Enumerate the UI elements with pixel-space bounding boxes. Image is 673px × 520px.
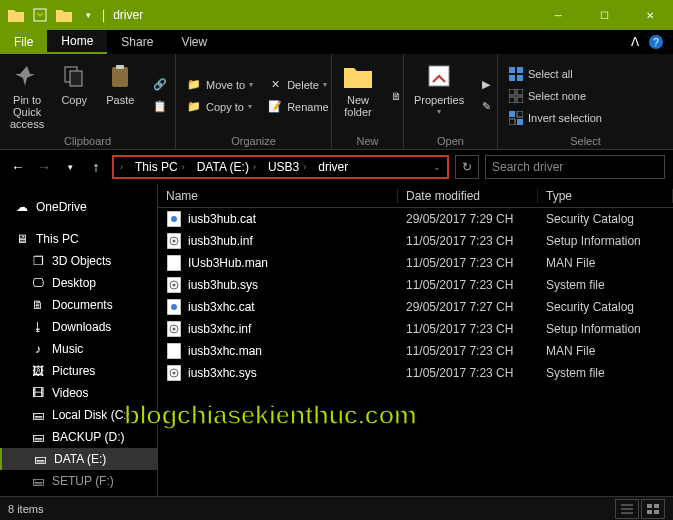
select-none-button[interactable]: Select none bbox=[504, 86, 606, 106]
file-row[interactable]: iusb3xhc.sys11/05/2017 7:23 CHSystem fil… bbox=[158, 362, 673, 384]
file-row[interactable]: iusb3hub.sys11/05/2017 7:23 CHSystem fil… bbox=[158, 274, 673, 296]
tree-3d-objects[interactable]: ❒3D Objects bbox=[0, 250, 157, 272]
tab-view[interactable]: View bbox=[167, 30, 221, 54]
select-all-icon bbox=[508, 66, 524, 82]
doc-icon: 🗎 bbox=[30, 297, 46, 313]
tree-downloads[interactable]: ⭳Downloads bbox=[0, 316, 157, 338]
up-button[interactable]: ↑ bbox=[86, 157, 106, 177]
file-icon bbox=[166, 277, 182, 293]
delete-icon: ✕ bbox=[267, 77, 283, 93]
tree-local-disk-c[interactable]: 🖴Local Disk (C:) bbox=[0, 404, 157, 426]
file-name: iusb3xhc.sys bbox=[188, 366, 257, 380]
breadcrumb-usb3[interactable]: USB3› bbox=[262, 160, 312, 174]
new-group-label: New bbox=[338, 133, 397, 147]
file-row[interactable]: iusb3hub.cat29/05/2017 7:29 CHSecurity C… bbox=[158, 208, 673, 230]
navigation-tree[interactable]: ☁OneDrive 🖥This PC ❒3D Objects 🖵Desktop … bbox=[0, 184, 158, 496]
tree-onedrive[interactable]: ☁OneDrive bbox=[0, 196, 157, 218]
qat-dropdown-icon[interactable]: ▾ bbox=[78, 5, 98, 25]
move-to-button[interactable]: 📁Move to▾ bbox=[182, 75, 257, 95]
svg-rect-8 bbox=[509, 75, 515, 81]
drive-icon: 🖴 bbox=[30, 407, 46, 423]
tree-pictures[interactable]: 🖼Pictures bbox=[0, 360, 157, 382]
address-bar-row: ← → ▾ ↑ › This PC› DATA (E:)› USB3› driv… bbox=[0, 150, 673, 184]
invert-selection-button[interactable]: Invert selection bbox=[504, 108, 606, 128]
file-type: MAN File bbox=[538, 344, 673, 358]
address-bar[interactable]: › This PC› DATA (E:)› USB3› driver ⌄ bbox=[112, 155, 449, 179]
file-type: Security Catalog bbox=[538, 300, 673, 314]
file-type: Setup Information bbox=[538, 234, 673, 248]
file-date: 11/05/2017 7:23 CH bbox=[398, 344, 538, 358]
file-row[interactable]: IUsb3Hub.man11/05/2017 7:23 CHMAN File bbox=[158, 252, 673, 274]
col-date[interactable]: Date modified bbox=[398, 189, 538, 203]
address-dropdown-icon[interactable]: ⌄ bbox=[427, 162, 447, 172]
link-icon: 🔗 bbox=[152, 77, 168, 93]
file-type: MAN File bbox=[538, 256, 673, 270]
file-list-pane: Name Date modified Type iusb3hub.cat29/0… bbox=[158, 184, 673, 496]
window-title: driver bbox=[113, 8, 143, 22]
thumbnails-view-button[interactable] bbox=[641, 499, 665, 519]
ribbon-tabs: File Home Share View ᐱ ? bbox=[0, 30, 673, 54]
pin-icon bbox=[11, 60, 43, 92]
breadcrumb-driver[interactable]: driver bbox=[312, 160, 354, 174]
forward-button[interactable]: → bbox=[34, 157, 54, 177]
open-button[interactable]: ▶ bbox=[474, 75, 498, 95]
tree-music[interactable]: ♪Music bbox=[0, 338, 157, 360]
tab-file[interactable]: File bbox=[0, 30, 47, 54]
svg-rect-9 bbox=[517, 75, 523, 81]
pin-to-quick-access-button[interactable]: Pin to Quick access bbox=[6, 58, 48, 133]
svg-point-31 bbox=[173, 328, 176, 331]
file-type: System file bbox=[538, 366, 673, 380]
tree-data-e[interactable]: 🖴DATA (E:) bbox=[0, 448, 157, 470]
file-row[interactable]: iusb3xhc.cat29/05/2017 7:27 CHSecurity C… bbox=[158, 296, 673, 318]
svg-rect-10 bbox=[509, 89, 515, 95]
tree-videos[interactable]: 🎞Videos bbox=[0, 382, 157, 404]
col-type[interactable]: Type bbox=[538, 189, 673, 203]
properties-button[interactable]: Properties▾ bbox=[410, 58, 468, 133]
svg-rect-41 bbox=[647, 510, 652, 514]
col-name[interactable]: Name bbox=[158, 189, 398, 203]
paste-button[interactable]: Paste bbox=[100, 58, 140, 133]
tree-thispc[interactable]: 🖥This PC bbox=[0, 228, 157, 250]
column-headers[interactable]: Name Date modified Type bbox=[158, 184, 673, 208]
file-row[interactable]: iusb3xhc.inf11/05/2017 7:23 CHSetup Info… bbox=[158, 318, 673, 340]
search-input[interactable]: Search driver bbox=[485, 155, 665, 179]
file-name: iusb3hub.cat bbox=[188, 212, 256, 226]
refresh-button[interactable]: ↻ bbox=[455, 155, 479, 179]
folder-icon bbox=[54, 5, 74, 25]
edit-button[interactable]: ✎ bbox=[474, 97, 498, 117]
tree-setup-f[interactable]: 🖴SETUP (F:) bbox=[0, 470, 157, 492]
svg-point-19 bbox=[171, 216, 177, 222]
tree-backup-d[interactable]: 🖴BACKUP (D:) bbox=[0, 426, 157, 448]
tree-documents[interactable]: 🗎Documents bbox=[0, 294, 157, 316]
rename-button[interactable]: 📝Rename bbox=[263, 97, 333, 117]
file-row[interactable]: iusb3hub.inf11/05/2017 7:23 CHSetup Info… bbox=[158, 230, 673, 252]
delete-button[interactable]: ✕Delete▾ bbox=[263, 75, 333, 95]
copyto-icon: 📁 bbox=[186, 99, 202, 115]
maximize-button[interactable]: ☐ bbox=[581, 0, 627, 30]
file-row[interactable]: iusb3xhc.man11/05/2017 7:23 CHMAN File bbox=[158, 340, 673, 362]
edit-icon: ✎ bbox=[478, 99, 494, 115]
details-view-button[interactable] bbox=[615, 499, 639, 519]
close-button[interactable]: ✕ bbox=[627, 0, 673, 30]
back-button[interactable]: ← bbox=[8, 157, 28, 177]
recent-locations-button[interactable]: ▾ bbox=[60, 157, 80, 177]
copy-path-button[interactable]: 🔗 bbox=[148, 75, 172, 95]
select-all-button[interactable]: Select all bbox=[504, 64, 606, 84]
qat-properties-icon[interactable] bbox=[30, 5, 50, 25]
paste-shortcut-button[interactable]: 📋 bbox=[148, 97, 172, 117]
copy-to-button[interactable]: 📁Copy to▾ bbox=[182, 97, 257, 117]
tab-home[interactable]: Home bbox=[47, 30, 107, 54]
ribbon-collapse-icon[interactable]: ᐱ bbox=[631, 35, 639, 49]
breadcrumb-data-e[interactable]: DATA (E:)› bbox=[191, 160, 262, 174]
tab-share[interactable]: Share bbox=[107, 30, 167, 54]
copy-button[interactable]: Copy bbox=[54, 58, 94, 133]
file-date: 11/05/2017 7:23 CH bbox=[398, 322, 538, 336]
help-icon[interactable]: ? bbox=[649, 35, 663, 49]
minimize-button[interactable]: ─ bbox=[535, 0, 581, 30]
tree-desktop[interactable]: 🖵Desktop bbox=[0, 272, 157, 294]
new-folder-button[interactable]: New folder bbox=[338, 58, 378, 133]
move-icon: 📁 bbox=[186, 77, 202, 93]
cloud-icon: ☁ bbox=[14, 199, 30, 215]
svg-rect-16 bbox=[509, 119, 515, 125]
breadcrumb-thispc[interactable]: This PC› bbox=[129, 160, 191, 174]
